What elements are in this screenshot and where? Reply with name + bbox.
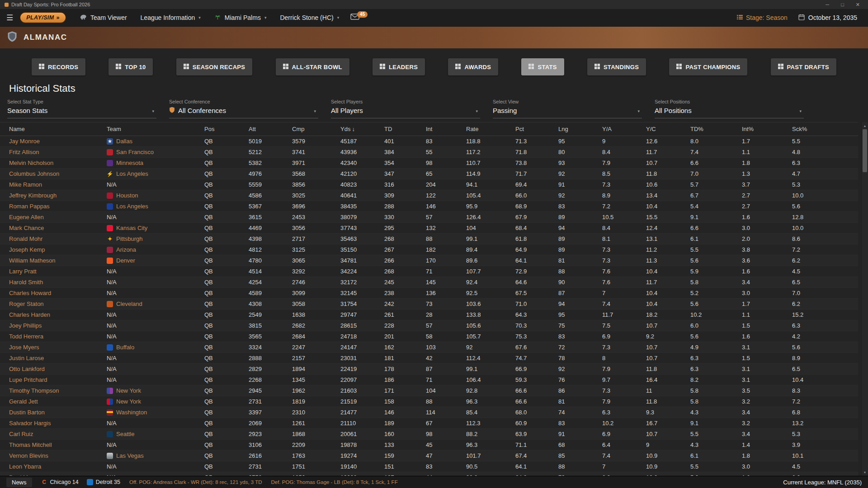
column-header-rate[interactable]: Rate — [464, 122, 514, 136]
table-row[interactable]: Vernon Blevins Las Vegas QB 261617631927… — [0, 450, 858, 461]
table-row[interactable]: Roman Pappas Los Angeles QB 536736963843… — [0, 201, 858, 212]
filter-select-view[interactable]: Select View Passing ▾ — [493, 99, 642, 118]
table-row[interactable]: Jay Monroe ★Dallas QB 501935794518740183… — [0, 136, 858, 147]
table-row[interactable]: Brad Mason N/A QB 27581850190081374493.8… — [0, 472, 858, 476]
team-name-link[interactable]: Kansas City — [116, 225, 147, 231]
menu-icon[interactable]: ☰ — [4, 13, 19, 23]
vertical-scrollbar[interactable]: ▲ ▼ — [861, 122, 868, 476]
filter-select-conference[interactable]: Select Conference All Conferences ▾ — [169, 99, 318, 118]
player-name-link[interactable]: Justin Larose — [9, 355, 44, 361]
player-name-link[interactable]: Thomas Mitchell — [9, 441, 52, 448]
team-name-link[interactable]: Cleveland — [116, 300, 142, 307]
column-header-att[interactable]: Att — [247, 122, 290, 136]
table-row[interactable]: Thomas Mitchell N/A QB 31062209198781334… — [0, 440, 858, 450]
tab-standings[interactable]: STANDINGS — [587, 58, 646, 75]
player-name-link[interactable]: Carl Ruiz — [9, 431, 33, 437]
player-name-link[interactable]: Dustin Barton — [9, 409, 45, 416]
table-row[interactable]: Dustin Barton Washington QB 339723102147… — [0, 407, 858, 418]
tab-top-10[interactable]: TOP 10 — [108, 58, 153, 75]
player-name-link[interactable]: Brad Mason — [9, 474, 41, 476]
defensive-pog-text[interactable]: Def. POG: Thomas Gage - LB (Det): 8 Tck,… — [271, 479, 398, 485]
tab-records[interactable]: RECORDS — [32, 58, 85, 75]
team-name-link[interactable]: Buffalo — [116, 344, 134, 351]
tab-season-recaps[interactable]: SEASON RECAPS — [176, 58, 253, 75]
player-name-link[interactable]: Lupe Pritchard — [9, 376, 47, 383]
nav-coach-select[interactable]: Derrick Stone (HC) ▾ — [273, 9, 346, 26]
player-name-link[interactable]: Salvador Hargis — [9, 420, 51, 427]
table-row[interactable]: Ronald Mohr ✦Pittsburgh QB 4398271735463… — [0, 234, 858, 244]
table-row[interactable]: Columbus Johnson ⚡Los Angeles QB 4976356… — [0, 169, 858, 179]
player-name-link[interactable]: Charles Howard — [9, 290, 51, 296]
column-header-name[interactable]: Name — [0, 122, 105, 136]
table-row[interactable]: Jeffrey Kimbrough Houston QB 45863025406… — [0, 190, 858, 201]
tab-stats[interactable]: STATS — [521, 58, 564, 75]
tab-past-drafts[interactable]: PAST DRAFTS — [771, 58, 836, 75]
tab-past-champions[interactable]: PAST CHAMPIONS — [669, 58, 747, 75]
column-header-int[interactable]: Int% — [740, 122, 790, 136]
table-row[interactable]: Roger Staton Cleveland QB 43083058317542… — [0, 299, 858, 310]
column-header-td[interactable]: TD% — [689, 122, 740, 136]
player-name-link[interactable]: Timothy Thompson — [9, 387, 59, 394]
player-name-link[interactable]: Fritz Allison — [9, 149, 39, 155]
player-name-link[interactable]: Todd Herrera — [9, 333, 43, 340]
table-row[interactable]: Jose Myers Buffalo QB 332422472414716210… — [0, 342, 858, 353]
scrollbar-thumb[interactable] — [863, 129, 867, 172]
player-name-link[interactable]: Roman Pappas — [9, 203, 50, 210]
column-header-sck[interactable]: Sck% — [790, 122, 858, 136]
filter-select-stat-type[interactable]: Select Stat Type Season Stats ▾ — [7, 99, 156, 118]
column-header-pos[interactable]: Pos — [203, 122, 247, 136]
news-score-item[interactable]: C Chicago 14 — [41, 479, 79, 485]
player-name-link[interactable]: Roger Staton — [9, 300, 44, 307]
column-header-td[interactable]: TD — [382, 122, 424, 136]
table-row[interactable]: Salvador Hargis N/A QB 20691261211101896… — [0, 418, 858, 429]
table-row[interactable]: Mark Chance Kansas City QB 4469305637743… — [0, 223, 858, 234]
player-name-link[interactable]: Harold Smith — [9, 279, 43, 286]
nav-team-viewer[interactable]: Team Viewer — [73, 9, 134, 26]
table-row[interactable]: Charles Howard N/A QB 458930993214523813… — [0, 288, 858, 299]
player-name-link[interactable]: Melvin Nicholson — [9, 160, 53, 166]
team-name-link[interactable]: Washington — [116, 409, 147, 416]
player-name-link[interactable]: Columbus Johnson — [9, 170, 59, 177]
table-row[interactable]: Todd Herrera N/A QB 35652684247182015810… — [0, 331, 858, 342]
team-name-link[interactable]: Denver — [116, 257, 135, 264]
table-row[interactable]: Lupe Pritchard N/A QB 226813452209718671… — [0, 375, 858, 385]
table-row[interactable]: Leon Ybarra N/A QB 27311751191401518390.… — [0, 461, 858, 472]
player-name-link[interactable]: Gerald Jett — [9, 398, 38, 405]
table-row[interactable]: Otto Lankford N/A QB 2829189422419178879… — [0, 364, 858, 375]
column-header-team[interactable]: Team — [105, 122, 203, 136]
player-name-link[interactable]: Leon Ybarra — [9, 463, 41, 470]
table-row[interactable]: Timothy Thompson New York QB 29451962216… — [0, 385, 858, 396]
scroll-down-icon[interactable]: ▼ — [862, 469, 868, 475]
column-header-cmp[interactable]: Cmp — [290, 122, 339, 136]
tab-leaders[interactable]: LEADERS — [373, 58, 425, 75]
column-header-yc[interactable]: Y/C — [644, 122, 689, 136]
table-row[interactable]: Melvin Nicholson Minnesota QB 5382397142… — [0, 158, 858, 169]
team-name-link[interactable]: Minnesota — [116, 160, 143, 166]
player-name-link[interactable]: Mike Ramon — [9, 181, 42, 188]
news-score-item[interactable]: Detroit 35 — [87, 479, 120, 485]
table-row[interactable]: Harold Smith N/A QB 42542746321722451459… — [0, 277, 858, 288]
column-header-ya[interactable]: Y/A — [600, 122, 644, 136]
close-icon[interactable]: ✕ — [856, 2, 860, 8]
team-name-link[interactable]: Arizona — [116, 246, 136, 253]
player-name-link[interactable]: Jeffrey Kimbrough — [9, 192, 57, 199]
player-name-link[interactable]: Jay Monroe — [9, 138, 40, 145]
team-name-link[interactable]: Los Angeles — [116, 170, 148, 177]
table-row[interactable]: William Matheson Denver QB 4780306534781… — [0, 255, 858, 266]
player-name-link[interactable]: Ronald Mohr — [9, 235, 42, 242]
play-sim-button[interactable]: PLAY/SIM » — [19, 12, 66, 23]
player-name-link[interactable]: Otto Lankford — [9, 366, 45, 372]
team-name-link[interactable]: San Francisco — [116, 149, 154, 155]
player-name-link[interactable]: Joseph Kemp — [9, 246, 45, 253]
table-row[interactable]: Carl Ruiz Seattle QB 2923186820061160988… — [0, 429, 858, 440]
player-name-link[interactable]: Joey Phillips — [9, 322, 42, 329]
table-row[interactable]: Larry Pratt N/A QB 451432923422426871107… — [0, 266, 858, 277]
nav-team-select[interactable]: Miami Palms ▾ — [208, 9, 274, 26]
column-header-pct[interactable]: Pct — [514, 122, 557, 136]
team-name-link[interactable]: Seattle — [116, 431, 134, 437]
mail-button[interactable]: 45 — [346, 9, 367, 26]
table-row[interactable]: Gerald Jett New York QB 2731181921519158… — [0, 396, 858, 407]
player-name-link[interactable]: William Matheson — [9, 257, 56, 264]
column-header-int[interactable]: Int — [424, 122, 464, 136]
filter-select-positions[interactable]: Select Positions All Positions ▾ — [655, 99, 804, 118]
